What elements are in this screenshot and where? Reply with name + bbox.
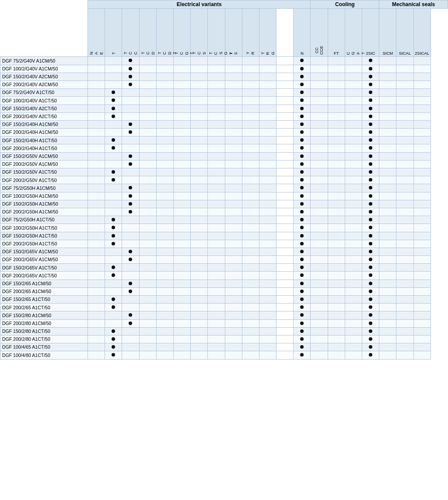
data-cell-cccce xyxy=(311,248,328,255)
data-cell-ts xyxy=(225,248,242,255)
data-cell-tcc xyxy=(122,351,139,359)
data-cell-nae xyxy=(88,232,105,240)
table-row: DGF 200/2/65 A1CT/50 xyxy=(0,304,448,311)
data-cell-tcs xyxy=(191,335,208,343)
data-cell-ts xyxy=(225,304,242,311)
data-cell-sical xyxy=(396,152,413,160)
data-cell-tcsg xyxy=(208,120,225,128)
data-cell-tcdt xyxy=(156,272,173,280)
data-cell-tcgt xyxy=(173,272,190,280)
data-cell-t xyxy=(105,57,122,65)
data-cell-sical xyxy=(396,296,413,304)
data-cell-tcd xyxy=(139,287,156,295)
data-cell-sicm xyxy=(379,319,396,327)
data-cell-trg xyxy=(259,232,276,240)
data-cell-tcdt xyxy=(156,264,173,272)
data-cell-tcdt xyxy=(156,208,173,216)
data-cell-tcd xyxy=(139,97,156,105)
dot-indicator xyxy=(129,162,132,166)
dot-indicator xyxy=(112,266,115,269)
data-cell-t xyxy=(105,160,122,168)
data-cell-cgft xyxy=(345,335,362,343)
model-name-cell: DGF 100/2/G40V A1CM/50 xyxy=(0,65,88,73)
data-cell-nae xyxy=(88,327,105,335)
data-cell-tcdt xyxy=(156,327,173,335)
dot-indicator xyxy=(369,322,372,325)
data-cell-nae xyxy=(88,216,105,224)
dot-indicator xyxy=(369,122,372,126)
dot-indicator xyxy=(300,194,304,198)
data-cell-tcd xyxy=(139,304,156,311)
data-cell-n_cool xyxy=(294,152,311,160)
dot-indicator xyxy=(129,122,132,126)
data-cell-sical xyxy=(396,120,413,128)
data-cell-t xyxy=(105,112,122,120)
dot-indicator xyxy=(129,313,132,317)
data-cell-tcc xyxy=(122,168,139,176)
data-cell-tcgt xyxy=(173,57,190,65)
data-cell-ts xyxy=(225,105,242,112)
data-cell-tcdt xyxy=(156,335,173,343)
dot-indicator xyxy=(300,226,304,229)
data-cell-sical xyxy=(396,112,413,120)
data-cell-ts xyxy=(225,311,242,319)
table-row: DGF 75/2/G50H A1CM/50 xyxy=(0,184,448,192)
data-cell-t xyxy=(105,80,122,88)
data-cell-tcs xyxy=(191,240,208,248)
data-cell-tr xyxy=(242,296,259,304)
table-row: DGF 150/2/65 A1CT/50 xyxy=(0,296,448,304)
data-cell-tr xyxy=(242,287,259,295)
data-cell-tcdt xyxy=(156,160,173,168)
data-cell-tcgt xyxy=(173,296,190,304)
data-cell-cccce xyxy=(311,296,328,304)
data-cell-ts xyxy=(225,216,242,224)
data-cell-spacer xyxy=(276,248,294,255)
data-cell-tcs xyxy=(191,80,208,88)
data-cell-tr xyxy=(242,192,259,200)
dot-indicator xyxy=(300,250,304,253)
data-cell-ts xyxy=(225,65,242,73)
data-cell-tcs xyxy=(191,105,208,112)
data-cell-tcsg xyxy=(208,112,225,120)
dot-indicator xyxy=(129,75,132,78)
data-cell-tcc xyxy=(122,200,139,208)
col-header-nae: NAE xyxy=(88,9,105,57)
data-cell-sical xyxy=(396,304,413,311)
table-row: DGF 150/2/G40H A1CM/50 xyxy=(0,120,448,128)
data-cell-tcd xyxy=(139,335,156,343)
data-cell-sicm xyxy=(379,144,396,152)
data-cell-sicm xyxy=(379,89,396,97)
dot-indicator xyxy=(300,146,304,150)
data-cell-spacer xyxy=(276,129,294,136)
data-cell-tcs xyxy=(191,168,208,176)
data-cell-ft xyxy=(328,343,345,351)
data-cell-tcd xyxy=(139,319,156,327)
data-cell-cgft xyxy=(345,327,362,335)
data-cell-n_cool xyxy=(294,216,311,224)
model-name-cell: DGF 100/4/80 A1CT/50 xyxy=(0,351,88,359)
data-cell-cgft xyxy=(345,120,362,128)
data-cell-tcdt xyxy=(156,80,173,88)
data-cell-tcsg xyxy=(208,264,225,272)
data-cell-cccce xyxy=(311,160,328,168)
data-cell-cgft xyxy=(345,129,362,136)
data-cell-tcc xyxy=(122,311,139,319)
data-cell-trg xyxy=(259,208,276,216)
data-cell-sicm xyxy=(379,248,396,255)
table-row: DGF 75/2/G40V A1CT/50 xyxy=(0,89,448,97)
data-cell-2sic xyxy=(362,200,379,208)
data-cell-tcgt xyxy=(173,256,190,264)
data-cell-tcsg xyxy=(208,160,225,168)
data-cell-tcc xyxy=(122,256,139,264)
data-cell-2sical xyxy=(413,240,430,248)
data-cell-cccce xyxy=(311,168,328,176)
data-cell-cccce xyxy=(311,208,328,216)
data-cell-n_cool xyxy=(294,224,311,232)
data-cell-n_cool xyxy=(294,248,311,255)
dot-indicator xyxy=(300,170,304,174)
data-cell-tcdt xyxy=(156,152,173,160)
data-cell-trg xyxy=(259,264,276,272)
data-cell-spacer xyxy=(276,176,294,184)
data-cell-tcs xyxy=(191,208,208,216)
data-cell-sicm xyxy=(379,224,396,232)
